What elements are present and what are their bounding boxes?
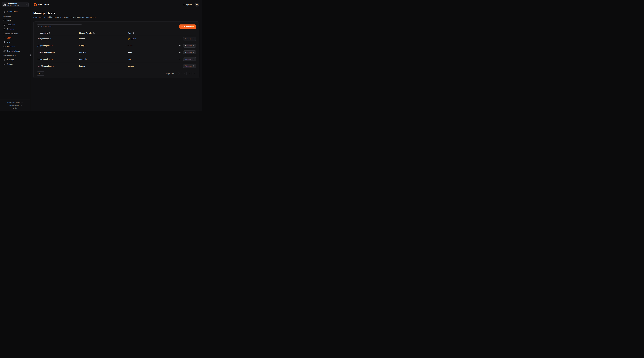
username-cell: jeff@example.com [36,44,78,46]
pangolin-logo-icon [33,3,37,6]
sidebar-item-label: Server Admin [7,10,18,12]
sidebar-item-sites[interactable]: Sites [2,18,28,22]
identity-provider-cell: Internal [78,65,126,67]
external-link-icon [21,102,23,104]
combine-icon [4,19,6,22]
community-edition-label: Community Edition [8,102,20,104]
documentation-label: Documentation [9,104,19,106]
role-label: Member [128,65,134,67]
sidebar-section-general: GENERAL Sites Resources [2,16,28,31]
username-cell: sarah@example.com [36,52,78,54]
search-box [36,24,82,29]
sidebar-item-invitations[interactable]: Invitations [2,44,28,49]
org-switcher[interactable]: Organization milo@fossorial.io's ... [2,2,28,7]
sidebar-item-label: Users [7,37,12,39]
manage-button[interactable]: Manage [183,50,196,54]
row-actions: Manage [179,44,196,48]
sidebar-item-resources[interactable]: Resources [2,22,28,27]
table-row: joe@example.com Authentik Sales [36,56,196,62]
manage-button[interactable]: Manage [183,44,196,48]
row-actions: Manage [179,57,196,61]
row-menu-button[interactable] [178,51,182,54]
column-header-username[interactable]: Username [36,32,78,34]
page-content: Manage Users Invite users and add them t… [30,9,202,78]
search-input[interactable] [41,26,81,28]
row-actions: Manage [179,64,196,68]
table-row: cam@example.com Internal Member [36,62,196,70]
identity-provider-cell: Authentik [78,52,126,54]
chevrons-up-down-icon [25,4,27,6]
app-root: Organization milo@fossorial.io's ... Ser… [0,0,202,111]
sidebar-item-label: API Keys [7,59,14,61]
plus-icon [181,26,183,28]
row-menu-button[interactable] [178,64,182,68]
sidebar: Organization milo@fossorial.io's ... Ser… [0,0,30,111]
server-icon [4,10,6,12]
identity-provider-cell: Authentik [78,58,126,60]
row-menu-button[interactable] [178,58,182,61]
next-page-button[interactable] [188,72,192,75]
last-page-button[interactable] [192,72,196,75]
manage-button: Manage [183,37,196,41]
role-cell: Sales [126,58,179,60]
page-size-select[interactable]: 20 [36,72,45,76]
org-switcher-label: Organization [7,2,24,5]
brand[interactable]: PANGOLIN [33,3,50,6]
sidebar-item-users[interactable]: Users [2,36,28,40]
avatar-initial: M [196,4,198,6]
link-icon [4,50,6,52]
crown-icon [128,38,130,40]
users-icon [4,41,6,43]
ellipsis-icon [179,58,181,60]
row-menu-button[interactable] [178,44,182,47]
row-actions: Manage [179,50,196,54]
brand-name: PANGOLIN [38,4,50,6]
sidebar-item-label: Sites [7,19,11,22]
chevrons-right-icon [194,73,195,74]
theme-toggle[interactable]: System [183,4,192,6]
arrow-right-icon [193,58,194,60]
prev-page-button[interactable] [183,72,187,75]
table-footer: 20 Page 1 of 1 [36,72,196,76]
identity-provider-cell: Internal [78,38,126,40]
documentation-link[interactable]: Documentation [0,104,30,107]
chevron-right-icon [189,73,190,74]
table-header-row: Username Identity Provider [36,31,196,35]
sidebar-item-roles[interactable]: Roles [2,40,28,44]
mail-check-icon [4,46,6,48]
topbar: PANGOLIN System M [30,0,202,9]
table-row: sarah@example.com Authentik Sales [36,49,196,56]
username-cell: joe@example.com [36,58,78,60]
sort-arrows-icon [93,32,95,34]
sidebar-item-settings[interactable]: Settings [2,62,28,66]
sidebar-section-organization: ORGANIZATION API Keys Settings [2,55,28,66]
role-cell: Member [126,65,179,67]
main-area: PANGOLIN System M Manage Users Invite us… [30,0,202,111]
sidebar-item-label: Resources [7,24,15,26]
column-header-identity-provider[interactable]: Identity Provider [78,32,126,34]
manage-button[interactable]: Manage [183,64,196,68]
sidebar-resize-handle[interactable] [30,54,31,56]
sidebar-item-server-admin[interactable]: Server Admin [2,10,28,14]
search-icon [38,26,40,28]
chevrons-left-icon [179,73,181,74]
manage-button[interactable]: Manage [183,57,196,61]
create-user-button[interactable]: Create User [179,24,196,29]
section-label: GENERAL [2,16,28,17]
arrow-right-icon [193,65,194,67]
waypoints-icon [4,24,6,26]
role-label: Sales [128,58,132,60]
sidebar-item-api-keys[interactable]: API Keys [2,58,28,62]
column-header-role[interactable]: Role [126,32,179,34]
sidebar-item-domains[interactable]: Domains [2,27,28,31]
sidebar-item-label: Settings [7,63,13,65]
sidebar-item-label: Roles [7,41,11,43]
chevron-down-icon [42,73,44,74]
page-subtitle: Invite users and add them to roles to ma… [33,16,200,18]
community-edition-link[interactable]: Community Edition [0,101,30,104]
app-version: v1.7.0 [0,107,30,110]
section-label: ACCESS CONTROL [2,33,28,35]
user-avatar[interactable]: M [195,3,199,6]
sidebar-item-shareable-links[interactable]: Shareable Links [2,49,28,53]
first-page-button[interactable] [178,72,182,75]
